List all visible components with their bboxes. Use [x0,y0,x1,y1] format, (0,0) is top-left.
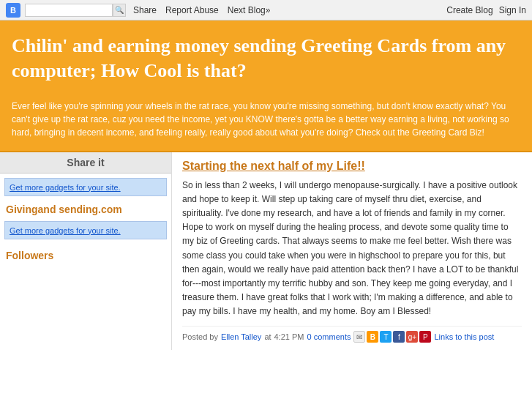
share-bar: Share it [0,152,171,174]
gadget-box-2: Get more gadgets for your site. [4,221,167,239]
search-box: 🔍 [25,4,126,17]
gadget2-link[interactable]: Get more gadgets for your site. [10,226,121,235]
content-area: Starting the next half of my Life!! So i… [172,152,532,351]
post-footer: Posted by Ellen Talley at 4:21 PM 0 comm… [182,326,522,343]
twitter-share-icon[interactable]: T [380,331,391,343]
pinterest-share-icon[interactable]: P [419,331,431,343]
gplus-share-icon[interactable]: g+ [406,331,418,343]
followers-title-label: Followers [6,250,53,261]
posted-by-label: Posted by [182,332,218,341]
gadget1-link[interactable]: Get more gadgets for your site. [10,183,121,192]
followers-section: Followers [0,239,171,264]
search-button[interactable]: 🔍 [113,4,126,17]
create-blog-link[interactable]: Create Blog [446,5,492,15]
links-to-post[interactable]: Links to this post [434,332,494,341]
gadget-box-1: Get more gadgets for your site. [4,178,167,196]
nav-links: Share Report Abuse Next Blog» [129,5,274,15]
sidebar-section-title-1: Givingand sending.com [0,196,171,218]
report-abuse-link[interactable]: Report Abuse [161,5,223,15]
post-time: 4:21 PM [274,332,304,341]
intro-section: Ever feel like you're spinning your whee… [0,92,532,152]
at-label: at [264,332,271,341]
social-icons: ✉ B T f g+ P [353,331,431,343]
blogger-logo: B [6,3,20,18]
facebook-share-icon[interactable]: f [393,331,405,343]
next-blog-link[interactable]: Next Blog» [223,5,275,15]
right-links: Create Blog Sign In [446,5,526,15]
share-bar-label: Share it [67,157,104,168]
intro-text: Ever feel like you're spinning your whee… [12,100,520,139]
blog-title: Chilin' and earning money sending Greeti… [12,34,520,83]
blog-post: Starting the next half of my Life!! So i… [182,160,522,343]
sign-in-link[interactable]: Sign In [499,5,526,15]
blogger-share-icon[interactable]: B [367,331,378,343]
email-icon[interactable]: ✉ [353,331,365,343]
main-layout: Share it Get more gadgets for your site.… [0,152,532,351]
post-comments[interactable]: 0 comments [307,332,351,341]
post-title[interactable]: Starting the next half of my Life!! [182,160,522,173]
post-body: So in less than 2 weeks, I will undergo … [182,179,522,319]
header-banner: Chilin' and earning money sending Greeti… [0,20,532,92]
navbar: B 🔍 Share Report Abuse Next Blog» Create… [0,0,532,20]
search-input[interactable] [25,4,113,17]
post-author[interactable]: Ellen Talley [221,332,261,341]
share-link[interactable]: Share [129,5,161,15]
sidebar: Share it Get more gadgets for your site.… [0,152,172,351]
